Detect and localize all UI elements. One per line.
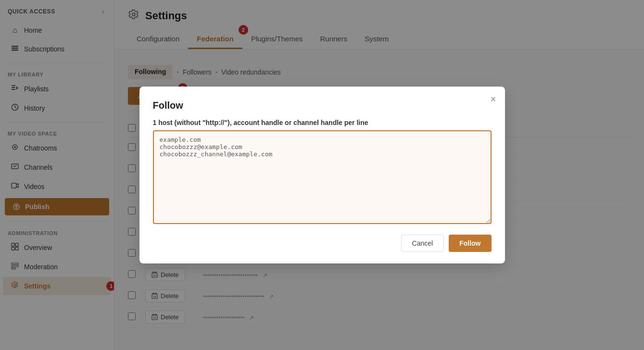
modal-footer: Cancel Follow <box>153 235 492 252</box>
modal-follow-button[interactable]: Follow <box>449 235 491 252</box>
modal-title: Follow <box>153 100 492 111</box>
modal-description: 1 host (without "http://"), account hand… <box>153 119 492 126</box>
modal-hosts-textarea[interactable]: example.com chocobozzz@example.com choco… <box>153 130 492 224</box>
follow-modal: × Follow 1 host (without "http://"), acc… <box>139 87 505 263</box>
cancel-button[interactable]: Cancel <box>401 235 444 252</box>
modal-close-button[interactable]: × <box>491 94 496 104</box>
modal-overlay[interactable]: × Follow 1 host (without "http://"), acc… <box>0 0 644 350</box>
